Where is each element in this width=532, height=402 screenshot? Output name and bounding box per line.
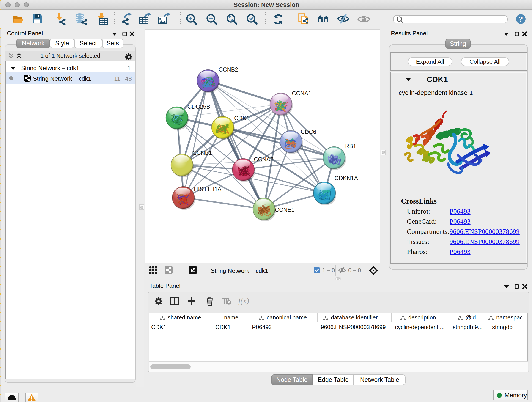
svg-text:RB1: RB1 [345,143,356,149]
svg-text:CDC25B: CDC25B [187,103,210,110]
svg-text:CCNB2: CCNB2 [219,66,238,73]
svg-text:CCNA2: CCNA2 [254,156,273,162]
svg-text:CCNA1: CCNA1 [292,90,311,96]
svg-text:CDK1: CDK1 [234,115,249,121]
svg-text:HIST1H1A: HIST1H1A [194,186,222,192]
svg-text:CCNB1: CCNB1 [192,150,212,156]
svg-text:CCNE1: CCNE1 [275,206,294,213]
svg-text:CDKN1A: CDKN1A [335,175,358,181]
svg-text:CDC6: CDC6 [301,128,317,135]
